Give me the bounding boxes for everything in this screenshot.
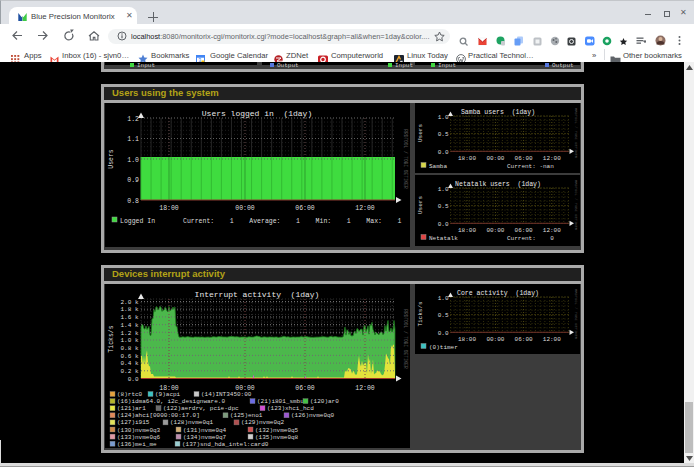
- svg-text:1.6 k: 1.6 k: [120, 314, 138, 321]
- svg-text:(133)nvme0q6: (133)nvme0q6: [117, 434, 161, 441]
- svg-text:18:00: 18:00: [458, 227, 476, 234]
- svg-text:1.1: 1.1: [127, 136, 139, 143]
- svg-text:RRDTOOL / TOBI OETIKER: RRDTOOL / TOBI OETIKER: [574, 180, 578, 231]
- svg-text:1.0: 1.0: [438, 295, 449, 302]
- svg-text:1.4 k: 1.4 k: [120, 322, 138, 329]
- svg-text:0.0: 0.0: [438, 149, 449, 156]
- svg-text:18:00: 18:00: [458, 155, 476, 162]
- svg-text:(127)i915: (127)i915: [117, 419, 150, 426]
- svg-text:Interrupt activity (1day): Interrupt activity (1day): [195, 290, 320, 299]
- svg-text:0.9: 0.9: [127, 177, 139, 184]
- svg-text:RRDTOOL / TOBI OETIKER: RRDTOOL / TOBI OETIKER: [403, 309, 408, 369]
- svg-text:RRDTOOL / TOBI OETIKER: RRDTOOL / TOBI OETIKER: [403, 129, 408, 189]
- svg-text:Ticks/s: Ticks/s: [108, 325, 115, 352]
- svg-text:12:00: 12:00: [355, 205, 375, 212]
- svg-text:18:00: 18:00: [458, 336, 476, 343]
- svg-text:0.0: 0.0: [128, 376, 139, 383]
- svg-text:1.2 k: 1.2 k: [120, 330, 138, 337]
- svg-text:0.0: 0.0: [438, 330, 449, 337]
- svg-text:2.0 k: 2.0 k: [120, 299, 138, 306]
- svg-text:(123)xhci_hcd: (123)xhci_hcd: [267, 405, 314, 412]
- svg-text:12:00: 12:00: [543, 227, 561, 234]
- svg-text:1.0 k: 1.0 k: [120, 337, 138, 344]
- svg-text:Current: 0: Current: 0: [507, 235, 554, 242]
- svg-text:(126)nvme0q0: (126)nvme0q0: [291, 412, 335, 419]
- svg-text:1.0: 1.0: [127, 157, 139, 164]
- svg-text:12:00: 12:00: [543, 336, 561, 343]
- svg-text:12:00: 12:00: [355, 385, 375, 392]
- svg-text:(132)nvme0q5: (132)nvme0q5: [255, 427, 299, 434]
- svg-text:(129)nvme0q2: (129)nvme0q2: [241, 419, 285, 426]
- svg-text:Current: 1 Average: 1: Current: 1 Average: 1 Min: 1 Max: 1: [183, 218, 402, 225]
- svg-text:00:00: 00:00: [235, 205, 255, 212]
- svg-text:Users: Users: [417, 124, 424, 142]
- svg-text:(122)aerdrv, pcie-dpc: (122)aerdrv, pcie-dpc: [163, 405, 239, 412]
- svg-text:(21)i801_smbus: (21)i801_smbus: [257, 398, 308, 405]
- svg-text:06:00: 06:00: [295, 385, 315, 392]
- svg-text:(137)snd_hda_intel:card0: (137)snd_hda_intel:card0: [182, 441, 269, 448]
- svg-text:(130)nvme0q3: (130)nvme0q3: [117, 427, 161, 434]
- svg-text:00:00: 00:00: [486, 336, 504, 343]
- svg-text:Core activity (1day): Core activity (1day): [457, 290, 539, 297]
- svg-text:Samba users (1day): Samba users (1day): [461, 109, 535, 116]
- svg-text:0.8: 0.8: [127, 198, 139, 205]
- svg-text:0.4 k: 0.4 k: [120, 360, 138, 367]
- svg-text:(9)acpi: (9)acpi: [155, 391, 181, 398]
- svg-text:(8)rtc0: (8)rtc0: [117, 391, 143, 398]
- svg-text:0.5: 0.5: [438, 203, 449, 210]
- svg-text:Ticks/s: Ticks/s: [417, 301, 424, 327]
- svg-text:(120)ar0: (120)ar0: [310, 398, 339, 405]
- svg-text:0.5: 0.5: [438, 312, 449, 319]
- svg-text:00:00: 00:00: [486, 227, 504, 234]
- svg-text:Netatalk: Netatalk: [429, 235, 458, 242]
- svg-text:1.2: 1.2: [127, 116, 139, 123]
- svg-text:(121)ar1: (121)ar1: [117, 405, 146, 412]
- svg-text:(14)INT3450:00: (14)INT3450:00: [201, 391, 252, 398]
- svg-text:12:00: 12:00: [543, 155, 561, 162]
- svg-text:0.2 k: 0.2 k: [120, 368, 138, 375]
- svg-text:06:00: 06:00: [515, 336, 533, 343]
- svg-text:(135)nvme0q8: (135)nvme0q8: [255, 434, 299, 441]
- svg-text:0.6 k: 0.6 k: [120, 353, 138, 360]
- svg-text:1.8 k: 1.8 k: [120, 306, 138, 313]
- svg-text:0.8 k: 0.8 k: [120, 345, 138, 352]
- svg-text:1.0: 1.0: [438, 114, 449, 121]
- svg-text:(124)ahci[0000:00:17.0]: (124)ahci[0000:00:17.0]: [117, 412, 200, 419]
- svg-text:Users logged in (1day): Users logged in (1day): [202, 109, 312, 118]
- svg-text:(131)nvme0q4: (131)nvme0q4: [183, 427, 227, 434]
- svg-text:Users: Users: [108, 149, 115, 169]
- svg-text:RRDTOOL / TOBI OETIKER: RRDTOOL / TOBI OETIKER: [574, 289, 578, 340]
- svg-text:(16)idma64.0, i2c_designware.0: (16)idma64.0, i2c_designware.0: [117, 398, 225, 405]
- svg-text:18:00: 18:00: [159, 205, 179, 212]
- svg-text:0.0: 0.0: [438, 221, 449, 228]
- svg-text:06:00: 06:00: [515, 227, 533, 234]
- svg-text:(134)nvme0q7: (134)nvme0q7: [183, 434, 227, 441]
- svg-text:Samba: Samba: [429, 163, 447, 170]
- svg-text:(136)mei_me: (136)mei_me: [117, 441, 157, 448]
- svg-text:1.0: 1.0: [438, 186, 449, 193]
- svg-text:Users: Users: [417, 196, 424, 214]
- svg-text:Logged In: Logged In: [120, 218, 155, 225]
- svg-text:(125)eno1: (125)eno1: [230, 412, 263, 419]
- svg-text:06:00: 06:00: [295, 205, 315, 212]
- svg-text:RRDTOOL / TOBI OETIKER: RRDTOOL / TOBI OETIKER: [574, 108, 578, 159]
- svg-text:Netatalk users (1day): Netatalk users (1day): [455, 181, 541, 188]
- svg-text:00:00: 00:00: [486, 155, 504, 162]
- svg-text:Current: -nan: Current: -nan: [507, 163, 554, 170]
- svg-text:(0)timer: (0)timer: [429, 344, 458, 351]
- svg-text:0.5: 0.5: [438, 131, 449, 138]
- svg-text:(128)nvme0q1: (128)nvme0q1: [170, 419, 214, 426]
- svg-text:06:00: 06:00: [515, 155, 533, 162]
